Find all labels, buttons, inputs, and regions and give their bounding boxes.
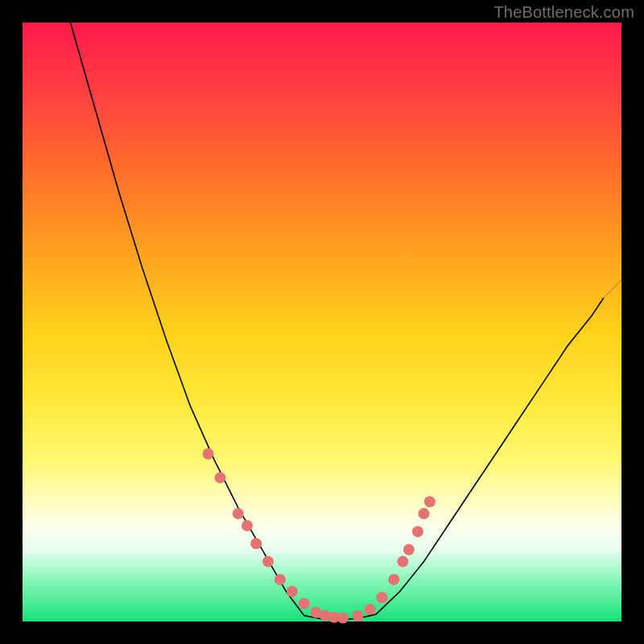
marker-dot (388, 574, 399, 585)
marker-dot (299, 598, 310, 609)
marker-dot (215, 472, 226, 483)
chart-frame: TheBottleneck.com (0, 0, 644, 644)
marker-dot (233, 508, 244, 519)
marker-dot (365, 604, 376, 615)
marker-dot (424, 496, 436, 507)
marker-dot (376, 592, 387, 603)
watermark-text: TheBottleneck.com (493, 3, 634, 21)
watermark: TheBottleneck.com (493, 3, 634, 22)
marker-dot (403, 544, 415, 555)
marker-dot (275, 574, 286, 585)
marker-dot (353, 610, 364, 621)
curve-left (71, 23, 304, 616)
marker-dot (397, 556, 408, 568)
marker-group (203, 448, 436, 624)
marker-dot (242, 520, 253, 531)
plot-area (23, 23, 621, 621)
marker-dot (250, 538, 262, 549)
marker-dot (412, 526, 423, 537)
marker-dot (287, 586, 298, 597)
curve-right (376, 298, 604, 614)
marker-dot (419, 508, 430, 519)
plot-svg (23, 23, 621, 621)
marker-dot (337, 613, 349, 624)
marker-dot (262, 556, 274, 568)
marker-dot (203, 448, 214, 460)
curve-right-dotted (604, 280, 621, 298)
